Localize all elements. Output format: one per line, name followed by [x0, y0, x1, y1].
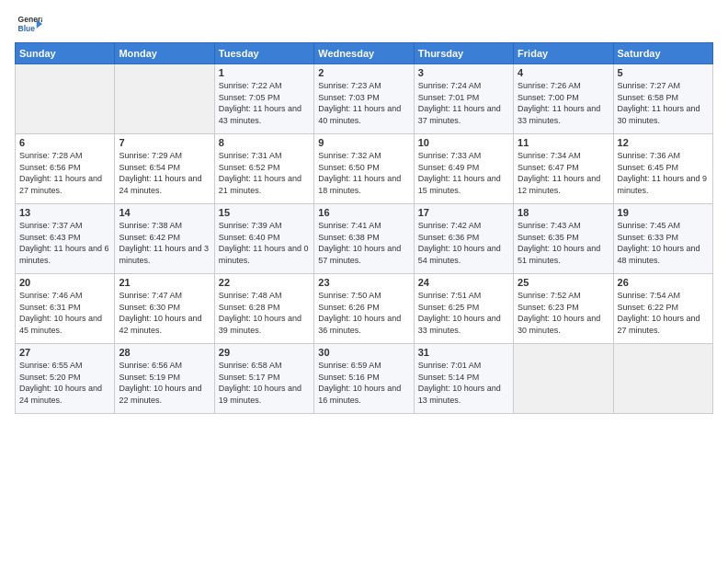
day-cell: 9Sunrise: 7:32 AMSunset: 6:50 PMDaylight…	[314, 134, 414, 204]
day-cell: 11Sunrise: 7:34 AMSunset: 6:47 PMDayligh…	[514, 134, 613, 204]
day-cell: 16Sunrise: 7:41 AMSunset: 6:38 PMDayligh…	[314, 204, 414, 274]
day-cell	[514, 344, 613, 414]
week-row-1: 1Sunrise: 7:22 AMSunset: 7:05 PMDaylight…	[16, 64, 713, 134]
day-number: 23	[318, 277, 409, 288]
day-number: 12	[618, 137, 709, 148]
day-header-monday: Monday	[115, 43, 214, 64]
day-cell: 30Sunrise: 6:59 AMSunset: 5:16 PMDayligh…	[314, 344, 414, 414]
day-number: 5	[618, 67, 709, 78]
day-detail: Sunrise: 7:32 AMSunset: 6:50 PMDaylight:…	[318, 150, 409, 196]
day-header-saturday: Saturday	[613, 43, 712, 64]
day-detail: Sunrise: 7:24 AMSunset: 7:01 PMDaylight:…	[418, 80, 509, 126]
day-detail: Sunrise: 7:41 AMSunset: 6:38 PMDaylight:…	[318, 220, 409, 266]
day-cell: 8Sunrise: 7:31 AMSunset: 6:52 PMDaylight…	[214, 134, 313, 204]
day-detail: Sunrise: 7:23 AMSunset: 7:03 PMDaylight:…	[318, 80, 409, 126]
day-detail: Sunrise: 7:33 AMSunset: 6:49 PMDaylight:…	[418, 150, 509, 196]
day-number: 7	[119, 137, 210, 148]
day-detail: Sunrise: 7:26 AMSunset: 7:00 PMDaylight:…	[518, 80, 609, 126]
header: General Blue	[15, 11, 713, 37]
day-number: 27	[19, 347, 110, 358]
day-number: 22	[219, 277, 310, 288]
day-number: 1	[219, 67, 310, 78]
day-detail: Sunrise: 6:55 AMSunset: 5:20 PMDaylight:…	[19, 360, 110, 406]
calendar-table: SundayMondayTuesdayWednesdayThursdayFrid…	[15, 42, 713, 414]
week-row-4: 20Sunrise: 7:46 AMSunset: 6:31 PMDayligh…	[16, 274, 713, 344]
day-detail: Sunrise: 7:36 AMSunset: 6:45 PMDaylight:…	[618, 150, 709, 196]
day-cell: 24Sunrise: 7:51 AMSunset: 6:25 PMDayligh…	[414, 274, 513, 344]
day-number: 25	[518, 277, 609, 288]
day-header-tuesday: Tuesday	[214, 43, 313, 64]
day-number: 19	[618, 207, 709, 218]
day-cell: 17Sunrise: 7:42 AMSunset: 6:36 PMDayligh…	[414, 204, 513, 274]
day-number: 15	[219, 207, 310, 218]
day-cell	[115, 64, 214, 134]
day-cell: 29Sunrise: 6:58 AMSunset: 5:17 PMDayligh…	[214, 344, 313, 414]
day-detail: Sunrise: 7:01 AMSunset: 5:14 PMDaylight:…	[418, 360, 509, 406]
day-cell: 4Sunrise: 7:26 AMSunset: 7:00 PMDaylight…	[514, 64, 613, 134]
day-cell: 18Sunrise: 7:43 AMSunset: 6:35 PMDayligh…	[514, 204, 613, 274]
day-number: 26	[618, 277, 709, 288]
day-cell: 12Sunrise: 7:36 AMSunset: 6:45 PMDayligh…	[613, 134, 712, 204]
day-detail: Sunrise: 6:59 AMSunset: 5:16 PMDaylight:…	[318, 360, 409, 406]
day-number: 11	[518, 137, 609, 148]
day-number: 30	[318, 347, 409, 358]
day-header-friday: Friday	[514, 43, 613, 64]
day-number: 13	[19, 207, 110, 218]
day-detail: Sunrise: 7:37 AMSunset: 6:43 PMDaylight:…	[19, 220, 110, 266]
day-cell: 3Sunrise: 7:24 AMSunset: 7:01 PMDaylight…	[414, 64, 513, 134]
day-cell: 25Sunrise: 7:52 AMSunset: 6:23 PMDayligh…	[514, 274, 613, 344]
week-row-5: 27Sunrise: 6:55 AMSunset: 5:20 PMDayligh…	[16, 344, 713, 414]
week-row-2: 6Sunrise: 7:28 AMSunset: 6:56 PMDaylight…	[16, 134, 713, 204]
day-header-wednesday: Wednesday	[314, 43, 414, 64]
day-number: 18	[518, 207, 609, 218]
day-cell: 15Sunrise: 7:39 AMSunset: 6:40 PMDayligh…	[214, 204, 313, 274]
day-detail: Sunrise: 7:22 AMSunset: 7:05 PMDaylight:…	[219, 80, 310, 126]
svg-text:Blue: Blue	[18, 24, 36, 33]
day-detail: Sunrise: 7:52 AMSunset: 6:23 PMDaylight:…	[518, 290, 609, 336]
day-number: 31	[418, 347, 509, 358]
day-detail: Sunrise: 7:48 AMSunset: 6:28 PMDaylight:…	[219, 290, 310, 336]
day-cell	[613, 344, 712, 414]
day-cell: 20Sunrise: 7:46 AMSunset: 6:31 PMDayligh…	[16, 274, 115, 344]
day-cell: 19Sunrise: 7:45 AMSunset: 6:33 PMDayligh…	[613, 204, 712, 274]
day-cell: 5Sunrise: 7:27 AMSunset: 6:58 PMDaylight…	[613, 64, 712, 134]
day-number: 24	[418, 277, 509, 288]
day-detail: Sunrise: 7:27 AMSunset: 6:58 PMDaylight:…	[618, 80, 709, 126]
day-number: 2	[318, 67, 409, 78]
day-cell: 1Sunrise: 7:22 AMSunset: 7:05 PMDaylight…	[214, 64, 313, 134]
day-number: 16	[318, 207, 409, 218]
day-detail: Sunrise: 6:56 AMSunset: 5:19 PMDaylight:…	[119, 360, 210, 406]
day-detail: Sunrise: 7:54 AMSunset: 6:22 PMDaylight:…	[618, 290, 709, 336]
day-detail: Sunrise: 7:34 AMSunset: 6:47 PMDaylight:…	[518, 150, 609, 196]
day-cell: 7Sunrise: 7:29 AMSunset: 6:54 PMDaylight…	[115, 134, 214, 204]
day-cell	[16, 64, 115, 134]
day-cell: 2Sunrise: 7:23 AMSunset: 7:03 PMDaylight…	[314, 64, 414, 134]
day-cell: 6Sunrise: 7:28 AMSunset: 6:56 PMDaylight…	[16, 134, 115, 204]
day-number: 17	[418, 207, 509, 218]
day-number: 4	[518, 67, 609, 78]
day-cell: 13Sunrise: 7:37 AMSunset: 6:43 PMDayligh…	[16, 204, 115, 274]
logo: General Blue	[15, 11, 42, 37]
day-detail: Sunrise: 7:39 AMSunset: 6:40 PMDaylight:…	[219, 220, 310, 266]
day-cell: 28Sunrise: 6:56 AMSunset: 5:19 PMDayligh…	[115, 344, 214, 414]
day-detail: Sunrise: 7:28 AMSunset: 6:56 PMDaylight:…	[19, 150, 110, 196]
day-number: 9	[318, 137, 409, 148]
day-cell: 10Sunrise: 7:33 AMSunset: 6:49 PMDayligh…	[414, 134, 513, 204]
day-header-sunday: Sunday	[16, 43, 115, 64]
day-number: 6	[19, 137, 110, 148]
day-detail: Sunrise: 7:47 AMSunset: 6:30 PMDaylight:…	[119, 290, 210, 336]
day-detail: Sunrise: 7:29 AMSunset: 6:54 PMDaylight:…	[119, 150, 210, 196]
day-number: 29	[219, 347, 310, 358]
day-cell: 27Sunrise: 6:55 AMSunset: 5:20 PMDayligh…	[16, 344, 115, 414]
day-cell: 21Sunrise: 7:47 AMSunset: 6:30 PMDayligh…	[115, 274, 214, 344]
day-number: 10	[418, 137, 509, 148]
week-row-3: 13Sunrise: 7:37 AMSunset: 6:43 PMDayligh…	[16, 204, 713, 274]
day-cell: 31Sunrise: 7:01 AMSunset: 5:14 PMDayligh…	[414, 344, 513, 414]
day-number: 28	[119, 347, 210, 358]
day-cell: 23Sunrise: 7:50 AMSunset: 6:26 PMDayligh…	[314, 274, 414, 344]
day-cell: 22Sunrise: 7:48 AMSunset: 6:28 PMDayligh…	[214, 274, 313, 344]
day-detail: Sunrise: 7:38 AMSunset: 6:42 PMDaylight:…	[119, 220, 210, 266]
logo-icon: General Blue	[17, 11, 42, 37]
day-number: 21	[119, 277, 210, 288]
day-cell: 26Sunrise: 7:54 AMSunset: 6:22 PMDayligh…	[613, 274, 712, 344]
